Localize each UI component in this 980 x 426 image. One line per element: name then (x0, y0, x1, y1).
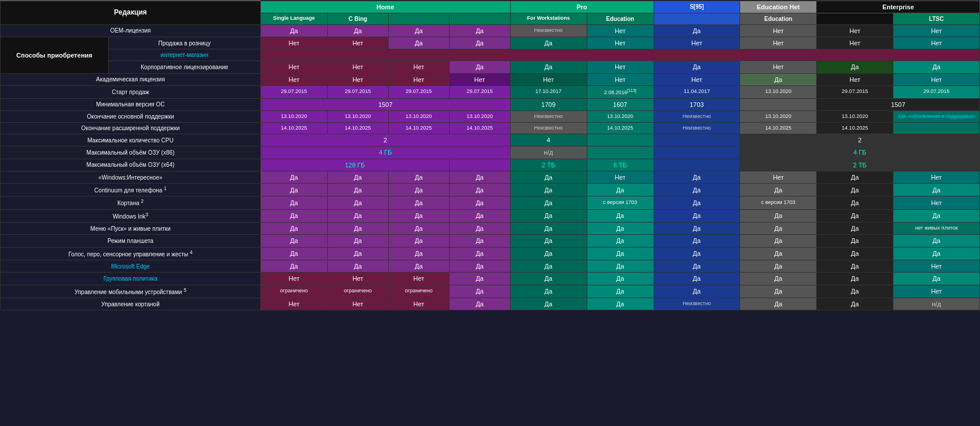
cell: Да (328, 247, 389, 260)
cell: 11.04.2017 (654, 85, 740, 98)
table-row: Окончание расширенной поддержки 14.10.20… (1, 122, 980, 134)
table-row: интернет-магазин (1, 49, 980, 61)
cell: Да (740, 209, 817, 222)
cell: Нет (587, 37, 654, 49)
edge-feature: Microsoft Edge (1, 260, 261, 273)
interesting-feature: «Windows:Интересное» (1, 171, 261, 183)
cell: Да (449, 235, 510, 247)
cell: Да (261, 235, 328, 247)
table-row: Групповая политика Нет Нет Нет Да Да Да … (1, 273, 980, 285)
cell: Да (817, 260, 893, 273)
cell: Нет (740, 37, 817, 49)
cell: 6 ТБ (587, 159, 654, 171)
table-row: Максимальный объём ОЗУ (х86) 4 ГБ н/д 4 … (1, 146, 980, 159)
single-subheader: Single Language (261, 13, 328, 24)
table-row: Управление мобильными устройствами 5 огр… (1, 285, 980, 298)
voice-pen-feature: Голос, перо, сенсорное управление и жест… (1, 247, 261, 260)
cell: Да (328, 184, 389, 196)
cell: Нет (587, 73, 654, 85)
cell: Да (510, 209, 587, 222)
continuum-feature: Continuum для телефона 1 (1, 184, 261, 196)
comparison-table: Редакция Home Pro S[95] Education Het En… (0, 0, 980, 310)
cell: Да (510, 273, 587, 285)
cell-link[interactable]: См. «обновления и поддержка» (893, 110, 980, 122)
cell (893, 122, 980, 134)
cell: 13.10.2020 (740, 85, 817, 98)
cell: Да (587, 260, 654, 273)
edu-header: Education Het (740, 1, 817, 13)
cell: Да (388, 171, 449, 183)
forwk-subheader: For Workstations (510, 13, 587, 24)
cell: Да (261, 196, 328, 209)
cell: Да (328, 196, 389, 209)
table-row: Continuum для телефона 1 Да Да Да Да Да … (1, 184, 980, 196)
cell: Да (817, 273, 893, 285)
cell: 29.07.2015 (328, 85, 389, 98)
cell: Да (587, 184, 654, 196)
cell: Да (817, 223, 893, 235)
cell (587, 146, 654, 159)
oem-feature: ОЕМ-лицензия (1, 24, 261, 37)
cell: Нет (893, 73, 980, 85)
cell: нет живых плиток (893, 223, 980, 235)
cell: Нет (328, 37, 389, 49)
cell: 13.10.2020 (817, 110, 893, 122)
cell: 14.10.2025 (817, 122, 893, 134)
cell (449, 159, 510, 171)
cell: Да (740, 235, 817, 247)
table-row: Меню «Пуск» и живые плитки Да Да Да Да Д… (1, 223, 980, 235)
cell: Нет (510, 73, 587, 85)
ext-support-feature: Окончание расширенной поддержки (1, 122, 261, 134)
cell: Да (388, 24, 449, 37)
cell: Да (510, 223, 587, 235)
cell: ограничено (328, 285, 389, 298)
cell: Да (388, 37, 449, 49)
cell: 13.10.2020 (328, 110, 389, 122)
table-row: Управление кортаной Нет Нет Нет Да Да Да… (1, 298, 980, 310)
home3-subheader (388, 13, 449, 24)
cell (654, 159, 740, 171)
cell: Да (817, 196, 893, 209)
cell: н/д (893, 298, 980, 310)
cell: Да (449, 196, 510, 209)
cell: Да (817, 285, 893, 298)
cell: Да (449, 37, 510, 49)
cell: Да (817, 247, 893, 260)
cell: Да (587, 285, 654, 298)
cell: Неизвестно (654, 122, 740, 134)
cell: Да (261, 223, 328, 235)
startmenu-feature: Меню «Пуск» и живые плитки (1, 223, 261, 235)
edition-header: Редакция (1, 1, 261, 24)
table-row: Windows Ink3 Да Да Да Да Да Да Да Да Да … (1, 209, 980, 222)
enterprise-header: Enterprise (817, 1, 980, 13)
cell: Неизвестно (654, 110, 740, 122)
cell: Да (893, 247, 980, 260)
cell: 2.08.2016[113] (587, 85, 654, 98)
footnote: 5 (184, 287, 186, 293)
cell: Нет (388, 273, 449, 285)
cell: 14.10.2025 (449, 122, 510, 134)
cell: 1607 (587, 98, 654, 110)
cell: Нет (893, 196, 980, 209)
cell: н/д (510, 146, 587, 159)
cell: Нет (261, 273, 328, 285)
max-ram64-feature: Максимальный объём ОЗУ (х64) (1, 159, 261, 171)
cell (740, 98, 817, 110)
cell: Да (654, 285, 740, 298)
cell: Да (328, 260, 389, 273)
group-policy-feature: Групповая политика (1, 273, 261, 285)
ltsc-subheader: LTSC (893, 13, 980, 24)
cell: 13.10.2020 (388, 110, 449, 122)
table-row: Режим планшета Да Да Да Да Да Да Да Да Д… (1, 235, 980, 247)
cell: Да (893, 184, 980, 196)
cell: Нет (261, 37, 328, 49)
cell: 14.10.2025 (388, 122, 449, 134)
cell: Нет (328, 61, 389, 73)
cell: 14.10.2025 (261, 122, 328, 134)
cell: Да (510, 184, 587, 196)
cell: Да (740, 73, 817, 85)
cell: Нет (328, 298, 389, 310)
cell: Да (817, 298, 893, 310)
ent1-subheader (817, 13, 893, 24)
cell: 13.10.2020 (740, 110, 817, 122)
